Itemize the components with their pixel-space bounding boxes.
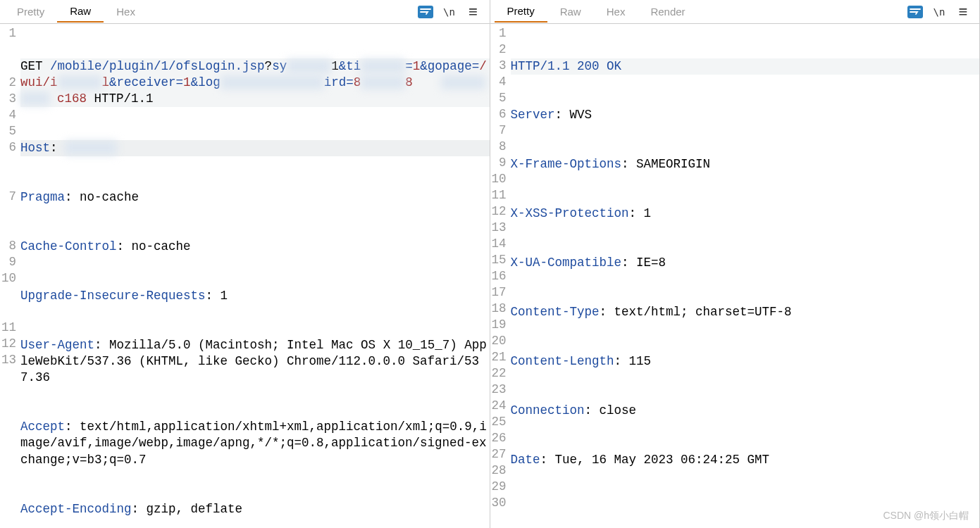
newline-icon[interactable]: \n	[441, 4, 458, 20]
header-accept-encoding: Accept-Encoding: gzip, deflate	[20, 501, 489, 517]
header-server: Server: WVS	[511, 107, 979, 123]
status-line: HTTP/1.1 200 OK	[511, 58, 979, 75]
response-code[interactable]: HTTP/1.1 200 OK Server: WVS X-Frame-Opti…	[511, 24, 979, 528]
header-uacompat: X-UA-Compatible: IE=8	[511, 255, 979, 271]
tab-hex[interactable]: Hex	[594, 1, 638, 22]
header-ctype: Content-Type: text/html; charset=UTF-8	[511, 304, 979, 320]
header-accept: Accept: text/html,application/xhtml+xml,…	[20, 419, 489, 468]
response-tabs: Pretty Raw Hex Render \n ≡	[490, 0, 980, 24]
header-xss: X-XSS-Protection: 1	[511, 206, 979, 222]
tab-pretty[interactable]: Pretty	[495, 1, 547, 23]
empty-line	[511, 501, 979, 517]
tab-raw[interactable]: Raw	[547, 1, 594, 22]
tab-raw[interactable]: Raw	[57, 1, 104, 23]
request-panel: Pretty Raw Hex \n ≡ 12345678910111213 GE…	[0, 0, 490, 528]
header-conn: Connection: close	[511, 403, 979, 419]
header-date: Date: Tue, 16 May 2023 06:24:25 GMT	[511, 452, 979, 468]
response-gutter: 1234567891011121314151617181920212223242…	[490, 24, 511, 528]
header-upgrade: Upgrade-Insecure-Requests: 1	[20, 288, 489, 304]
tab-render[interactable]: Render	[638, 1, 697, 22]
request-line: GET /mobile/plugin/1/ofsLogin.jsp?syxxxx…	[20, 58, 489, 108]
newline-icon[interactable]: \n	[931, 4, 948, 20]
header-clen: Content-Length: 115	[511, 353, 979, 370]
wrap-icon[interactable]	[907, 4, 924, 20]
header-cache-control: Cache-Control: no-cache	[20, 239, 489, 255]
response-content[interactable]: 1234567891011121314151617181920212223242…	[490, 24, 980, 528]
header-xframe: X-Frame-Options: SAMEORIGIN	[511, 156, 979, 172]
header-pragma: Pragma: no-cache	[20, 189, 489, 206]
menu-icon[interactable]: ≡	[465, 4, 482, 20]
header-host: Host: xxxxxxx	[20, 140, 489, 156]
request-content[interactable]: 12345678910111213 GET /mobile/plugin/1/o…	[0, 24, 490, 528]
wrap-icon[interactable]	[417, 4, 434, 20]
request-gutter: 12345678910111213	[0, 24, 20, 528]
tab-hex[interactable]: Hex	[104, 1, 148, 22]
tab-pretty[interactable]: Pretty	[4, 1, 57, 22]
response-panel: Pretty Raw Hex Render \n ≡ 1234567891011…	[490, 0, 981, 528]
request-tabs: Pretty Raw Hex \n ≡	[0, 0, 490, 24]
menu-icon[interactable]: ≡	[955, 4, 972, 20]
request-code[interactable]: GET /mobile/plugin/1/ofsLogin.jsp?syxxxx…	[20, 24, 489, 528]
header-user-agent: User-Agent: Mozilla/5.0 (Macintosh; Inte…	[20, 337, 489, 386]
